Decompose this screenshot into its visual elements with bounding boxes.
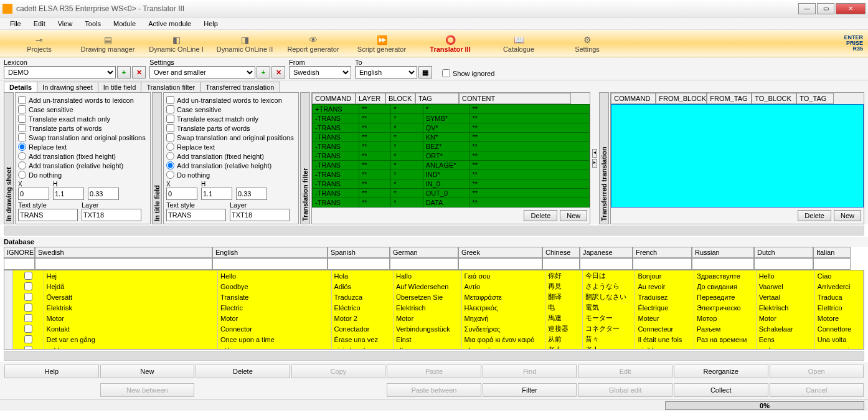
db-filter-ignore[interactable] bbox=[4, 258, 34, 269]
x-input[interactable] bbox=[166, 188, 197, 200]
menu-edit[interactable]: Edit bbox=[29, 19, 50, 29]
filter-row[interactable]: -TRANS***IND*** bbox=[313, 170, 590, 179]
ignore-checkbox[interactable] bbox=[24, 346, 32, 350]
toolbar-settings[interactable]: ⚙Settings bbox=[553, 33, 621, 54]
menu-active-module[interactable]: Active module bbox=[143, 19, 196, 29]
db-row[interactable]: ÖversättTranslateTraduzcaÜbersetzen SieΜ… bbox=[4, 292, 864, 302]
radio-add-translation-fixed-height-[interactable] bbox=[166, 152, 174, 160]
filter-row[interactable]: -TRANS***KN*** bbox=[313, 133, 590, 142]
radio-add-translation-relative-height-[interactable] bbox=[166, 161, 174, 169]
check-case-sensitive[interactable] bbox=[166, 105, 174, 113]
to-select[interactable]: English bbox=[355, 66, 417, 79]
transfer-col-to_block[interactable]: TO_BLOCK bbox=[752, 93, 796, 104]
menu-help[interactable]: Help bbox=[199, 19, 223, 29]
db-row[interactable]: gubbeold manviejo hombrealter mannηλικιω… bbox=[4, 345, 864, 350]
lexicon-select[interactable]: DEMO bbox=[4, 66, 116, 79]
transfer-col-to_tag[interactable]: TO_TAG bbox=[796, 93, 834, 104]
x-input[interactable] bbox=[18, 188, 49, 200]
radio-do-nothing[interactable] bbox=[166, 171, 174, 179]
ignore-checkbox[interactable] bbox=[24, 335, 32, 343]
toolbar-dynamic-online-ii[interactable]: ◨Dynamic OnLine II bbox=[210, 33, 279, 54]
db-col-french[interactable]: French bbox=[633, 247, 691, 258]
db-row[interactable]: ElektriskElectricEléctricoElektrischΗλεκ… bbox=[4, 302, 864, 313]
tab-in-drawing-sheet[interactable]: In drawing sheet bbox=[37, 82, 98, 92]
row-selector[interactable] bbox=[4, 302, 13, 313]
filter-row[interactable]: -TRANS***ANLAGE*** bbox=[313, 161, 590, 170]
row-selector[interactable] bbox=[4, 334, 13, 345]
transfer-col-command[interactable]: COMMAND bbox=[611, 93, 656, 104]
db-col-japanese[interactable]: Japanese bbox=[580, 247, 632, 258]
check-translate-parts-of-words[interactable] bbox=[166, 124, 174, 132]
new-button[interactable]: New bbox=[100, 365, 195, 378]
filter-row[interactable]: -TRANS***BEZ*** bbox=[313, 142, 590, 151]
db-filter-german[interactable] bbox=[390, 258, 458, 269]
layer-input[interactable] bbox=[230, 209, 290, 221]
splitter[interactable]: ◂ ▸ bbox=[592, 92, 598, 224]
transfer-col-from_block[interactable]: FROM_BLOCK bbox=[656, 93, 707, 104]
db-row[interactable]: MotorMotorMotor 2MotorΜηχανή馬達モーターMoteur… bbox=[4, 313, 864, 323]
row-selector[interactable] bbox=[4, 292, 13, 302]
radio-replace-text[interactable] bbox=[18, 143, 26, 151]
layer-input[interactable] bbox=[82, 209, 141, 221]
filter-row[interactable]: -TRANS***ORT*** bbox=[313, 151, 590, 161]
db-row[interactable]: HejdåGoodbyeAdiósAuf WiedersehenΑντίο再見さ… bbox=[4, 281, 864, 292]
check-swap-translation-and-original-positions[interactable] bbox=[166, 133, 174, 141]
tab-details[interactable]: Details bbox=[4, 82, 37, 92]
radio-add-translation-relative-height-[interactable] bbox=[18, 161, 26, 169]
settings-add-button[interactable]: + bbox=[257, 66, 270, 79]
db-col-spanish[interactable]: Spanish bbox=[328, 247, 389, 258]
row-selector[interactable] bbox=[4, 281, 13, 292]
filter-col-tag[interactable]: TAG bbox=[415, 93, 459, 104]
ignore-checkbox[interactable] bbox=[24, 303, 32, 312]
check-add-un-translated-words-to-lexicon[interactable] bbox=[18, 96, 26, 104]
ignore-checkbox[interactable] bbox=[24, 314, 32, 322]
show-ignored-checkbox[interactable] bbox=[442, 69, 450, 77]
toolbar-dynamic-online-i[interactable]: ◧Dynamic OnLine I bbox=[142, 33, 210, 54]
radio-add-translation-fixed-height-[interactable] bbox=[18, 152, 26, 160]
filter-col-block[interactable]: BLOCK bbox=[385, 93, 415, 104]
db-col-italian[interactable]: Italian bbox=[814, 247, 850, 258]
row-selector[interactable] bbox=[4, 323, 13, 334]
h-input[interactable] bbox=[53, 188, 84, 200]
toolbar-report-generator[interactable]: 👁Report generator bbox=[279, 33, 347, 54]
settings-delete-button[interactable]: ✕ bbox=[271, 66, 285, 79]
row-selector[interactable] bbox=[4, 313, 13, 323]
menu-module[interactable]: Module bbox=[108, 19, 141, 29]
menu-view[interactable]: View bbox=[53, 19, 78, 29]
transferred-body[interactable] bbox=[611, 104, 864, 208]
transferred-new-button[interactable]: New bbox=[834, 210, 861, 221]
menu-file[interactable]: File bbox=[5, 19, 26, 29]
lexicon-delete-button[interactable]: ✕ bbox=[132, 66, 146, 79]
menu-tools[interactable]: Tools bbox=[80, 19, 106, 29]
row-selector[interactable] bbox=[4, 270, 13, 281]
db-col-swedish[interactable]: Swedish bbox=[35, 247, 212, 258]
maximize-button[interactable]: ▭ bbox=[817, 3, 834, 14]
filter-row[interactable]: -TRANS***OUT_0** bbox=[313, 189, 590, 198]
delete-button[interactable]: Delete bbox=[196, 365, 290, 378]
ignore-checkbox[interactable] bbox=[24, 325, 32, 333]
db-filter-french[interactable] bbox=[633, 258, 691, 269]
db-filter-greek[interactable] bbox=[459, 258, 542, 269]
h-input[interactable] bbox=[201, 188, 232, 200]
toolbar-script-generator[interactable]: ⏩Script generator bbox=[347, 33, 416, 54]
filter-button[interactable]: Filter bbox=[483, 383, 577, 397]
from-select[interactable]: Swedish bbox=[289, 66, 351, 79]
row-selector[interactable] bbox=[4, 345, 13, 350]
check-add-un-translated-words-to-lexicon[interactable] bbox=[166, 96, 174, 104]
db-filter-russian[interactable] bbox=[692, 258, 753, 269]
h2-input[interactable] bbox=[88, 188, 119, 200]
toolbar-projects[interactable]: ⊸Projects bbox=[5, 33, 73, 54]
mid-scrollbar[interactable] bbox=[4, 226, 864, 236]
db-filter-swedish[interactable] bbox=[35, 258, 212, 269]
db-row[interactable]: Det var en gångOnce upon a timeÉrase una… bbox=[4, 334, 864, 345]
check-translate-parts-of-words[interactable] bbox=[18, 124, 26, 132]
settings-select[interactable]: Over and smaller bbox=[149, 66, 255, 79]
transferred-delete-button[interactable]: Delete bbox=[798, 210, 831, 221]
db-col-russian[interactable]: Russian bbox=[692, 247, 753, 258]
db-col-greek[interactable]: Greek bbox=[459, 247, 542, 258]
ignore-checkbox[interactable] bbox=[24, 272, 32, 280]
minimize-button[interactable]: — bbox=[798, 3, 816, 14]
filter-delete-button[interactable]: Delete bbox=[524, 210, 557, 221]
filter-row[interactable]: -TRANS***QV*** bbox=[313, 123, 590, 133]
filter-row[interactable]: -TRANS***IN_0** bbox=[313, 179, 590, 189]
